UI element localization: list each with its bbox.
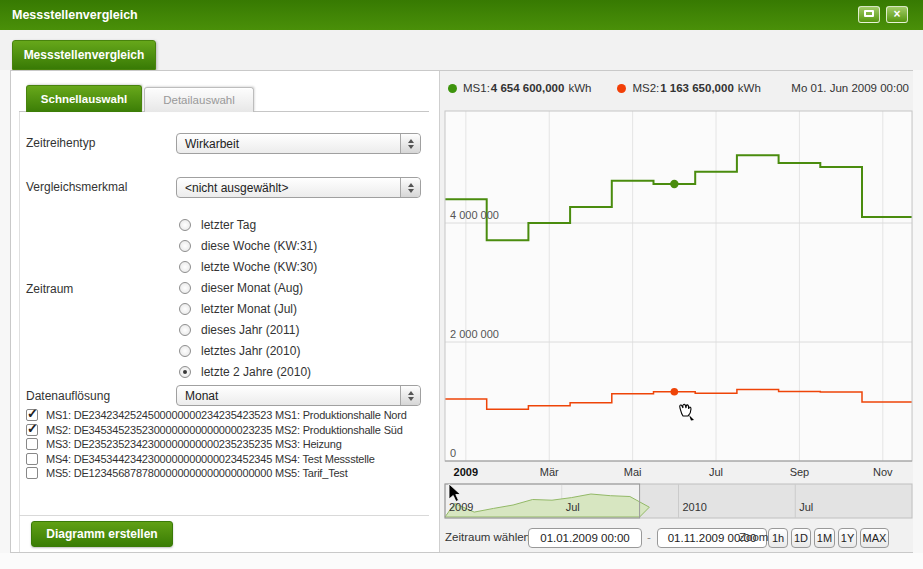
zoom-button-1m[interactable]: 1M [814,528,835,548]
x-tick-label: Sep [790,466,810,478]
messstellen-list: MS1: DE2342342524500000000234235423523 M… [26,408,436,481]
zeitraum-option[interactable]: letzter Monat (Jul) [179,298,429,319]
checkbox-checked-icon[interactable] [26,424,38,436]
radio-icon[interactable] [179,261,191,273]
radio-selected-icon[interactable] [179,366,191,378]
zeitraum-option-label: letzter Monat (Jul) [201,302,297,316]
navigator-mask[interactable] [640,484,912,518]
checkbox-icon[interactable] [26,467,38,479]
page-bottom [0,553,923,569]
y-tick-label: 4 000 000 [450,209,499,221]
range-from-input[interactable]: 01.01.2009 00:00 [528,528,642,548]
zoom-button-1h[interactable]: 1h [768,528,788,548]
left-separator [19,515,429,516]
maximize-icon [864,10,874,17]
create-diagram-button[interactable]: Diagramm erstellen [31,521,173,547]
x-tick-label: Jul [709,466,723,478]
maximize-button[interactable] [858,6,880,23]
zoom-button-1y[interactable]: 1Y [838,528,857,548]
stepper-icon[interactable] [400,134,420,153]
zeitraum-option[interactable]: letzter Tag [179,214,429,235]
zeitraum-option-label: letzte 2 Jahre (2010) [201,365,311,379]
window-title: Messstellenvergleich [12,0,138,30]
messstelle-row[interactable]: MS1: DE2342342524500000000234235423523 M… [26,408,436,423]
zeitraum-options: letzter Tagdiese Woche (KW:31)letzte Woc… [179,214,429,382]
vergleichsmerkmal-value: <nicht ausgewählt> [185,178,288,198]
vergleichsmerkmal-label: Vergleichsmerkmal [26,180,127,194]
radio-icon[interactable] [179,282,191,294]
datenaufloesung-value: Monat [185,386,218,406]
messstelle-label: MS3: DE2352352342300000000000235235235 M… [46,438,342,450]
vergleichsmerkmal-select[interactable]: <nicht ausgewählt> [176,177,421,198]
messstelle-row[interactable]: MS2: DE3453452352300000000000000023235 M… [26,423,436,438]
tab-detailauswahl[interactable]: Detailauswahl [144,87,254,112]
chart-pane: MS1: 4 654 600,000 kWh MS2: 1 163 650,00… [439,71,913,552]
zeitraum-option[interactable]: diese Woche (KW:31) [179,235,429,256]
messstelle-label: MS1: DE2342342524500000000234235423523 M… [46,409,407,421]
radio-icon[interactable] [179,240,191,252]
tab-schnellauswahl[interactable]: Schnellauswahl [26,85,142,112]
zeitraum-label: Zeitraum [26,282,73,296]
y-tick-label: 2 000 000 [450,328,499,340]
x-tick-label: 2009 [454,466,478,478]
messstelle-label: MS2: DE3453452352300000000000000023235 M… [46,424,403,436]
radio-icon[interactable] [179,219,191,231]
chart-footer: Zeitraum wählen: 01.01.2009 00:00 - 01.1… [440,526,914,552]
checkbox-icon[interactable] [26,438,38,450]
app-window: Messstellenvergleich × Messstellenvergle… [0,0,923,569]
zeitraum-option[interactable]: letzte Woche (KW:30) [179,256,429,277]
ms2-marker [671,388,679,396]
zoom-button-max[interactable]: MAX [860,528,889,548]
zeitraum-option-label: letzte Woche (KW:30) [201,260,317,274]
checkbox-icon[interactable] [26,453,38,465]
main-tab-strip: Messstellenvergleich [0,30,923,70]
window-titlebar: Messstellenvergleich × [0,0,923,30]
zeitraum-option[interactable]: letztes Jahr (2010) [179,340,429,361]
zeitreihentyp-label: Zeitreihentyp [26,136,95,150]
zeitraum-option-label: letztes Jahr (2010) [201,344,300,358]
x-tick-label: Mai [624,466,642,478]
navigator-label: Jul [566,501,580,513]
range-separator: - [647,531,651,543]
datenaufloesung-select[interactable]: Monat [176,385,421,406]
messstelle-row[interactable]: MS3: DE2352352342300000000000235235235 M… [26,437,436,452]
ms1-marker [670,180,678,188]
y-tick-label: 0 [450,447,456,459]
zeitraum-option[interactable]: letzte 2 Jahre (2010) [179,361,429,382]
navigator-label: Jul [799,501,813,513]
range-label: Zeitraum wählen: [445,531,533,543]
navigator-label: 2010 [683,501,707,513]
zeitraum-option-label: diese Woche (KW:31) [201,239,317,253]
stepper-icon[interactable] [400,178,420,197]
zoom-label: Zoom: [739,531,772,543]
stepper-icon[interactable] [400,386,420,405]
radio-icon[interactable] [179,324,191,336]
close-icon: × [893,7,900,21]
zeitraum-option[interactable]: dieses Jahr (2011) [179,319,429,340]
zoom-button-1d[interactable]: 1D [791,528,811,548]
messstelle-label: MS5: DE1234568787800000000000000000000 M… [46,467,348,479]
x-tick-label: Mär [540,466,559,478]
messstelle-row[interactable]: MS4: DE3453442342300000000000023452345 M… [26,452,436,467]
content-panel: Schnellauswahl Detailauswahl Zeitreihent… [10,70,913,553]
x-tick-label: Nov [873,466,893,478]
radio-icon[interactable] [179,345,191,357]
zeitraum-option[interactable]: dieser Monat (Aug) [179,277,429,298]
datenaufloesung-label: Datenauflösung [26,389,110,403]
left-pane: Schnellauswahl Detailauswahl Zeitreihent… [11,71,439,552]
navigator-area [445,494,649,517]
zeitreihentyp-value: Wirkarbeit [185,134,239,154]
arrow-cursor-icon [449,484,461,502]
messstelle-label: MS4: DE3453442342300000000000023452345 M… [46,453,375,465]
chart-canvas: 02 000 0004 000 0002009MärMaiJulSepNov20… [440,71,914,521]
tab-messstellenvergleich[interactable]: Messstellenvergleich [12,40,156,70]
zeitraum-option-label: letzter Tag [201,218,256,232]
radio-icon[interactable] [179,303,191,315]
messstelle-row[interactable]: MS5: DE1234568787800000000000000000000 M… [26,466,436,481]
navigator-label: 2009 [449,501,473,513]
zeitreihentyp-select[interactable]: Wirkarbeit [176,133,421,154]
checkbox-checked-icon[interactable] [26,409,38,421]
zeitraum-option-label: dieses Jahr (2011) [201,323,300,337]
left-pane-border [19,112,20,552]
close-button[interactable]: × [886,6,908,23]
